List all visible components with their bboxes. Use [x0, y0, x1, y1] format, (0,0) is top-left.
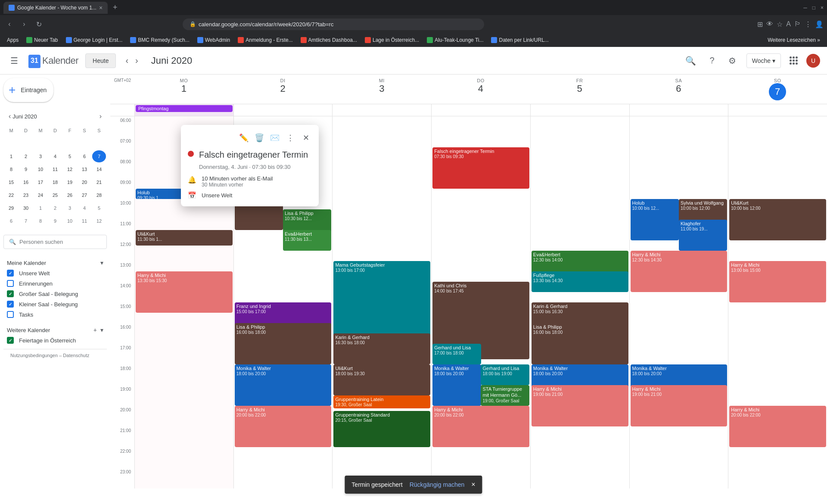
event-popup: ✏️ 🗑️ ✉️ ⋮ ✕ Falsch eingetragener Termin… [181, 125, 319, 206]
popup-reminder-1-text: 10 Minuten vorher als E-Mail [202, 175, 273, 182]
popup-reminder-row-1: 🔔 10 Minuten vorher als E-Mail 30 Minute… [188, 175, 312, 188]
popup-bell-icon: 🔔 [188, 176, 196, 184]
popup-overlay[interactable] [0, 0, 827, 504]
toast-close-button[interactable]: × [471, 481, 475, 488]
popup-separator: · [249, 164, 252, 170]
popup-reminder-2-text: 30 Minuten vorher [202, 182, 273, 188]
popup-email-icon[interactable]: ✉️ [269, 132, 281, 144]
popup-edit-icon[interactable]: ✏️ [238, 132, 250, 144]
popup-event-date: Donnerstag, 4. Juni · 07:30 bis 09:30 [199, 164, 312, 170]
popup-calendar-name: Unsere Welt [202, 192, 232, 199]
toast-message: Termin gespeichert [351, 481, 402, 488]
popup-delete-icon[interactable]: 🗑️ [253, 132, 265, 144]
popup-toolbar: ✏️ 🗑️ ✉️ ⋮ ✕ [188, 132, 312, 144]
popup-event-title: Falsch eingetragener Termin [199, 149, 308, 160]
popup-title-row: Falsch eingetragener Termin [188, 149, 312, 160]
popup-calendar-icon: 📅 [188, 191, 196, 199]
toast-undo-button[interactable]: Rückgängig machen [410, 481, 465, 488]
popup-close-icon[interactable]: ✕ [300, 132, 312, 144]
toast-notification: Termin gespeichert Rückgängig machen × [345, 476, 482, 494]
popup-calendar-row: 📅 Unsere Welt [188, 191, 312, 199]
popup-date-text: Donnerstag, 4. Juni [199, 164, 248, 170]
popup-more-icon[interactable]: ⋮ [284, 132, 296, 144]
popup-time-text: 07:30 bis 09:30 [252, 164, 291, 170]
popup-color-dot [188, 151, 194, 157]
